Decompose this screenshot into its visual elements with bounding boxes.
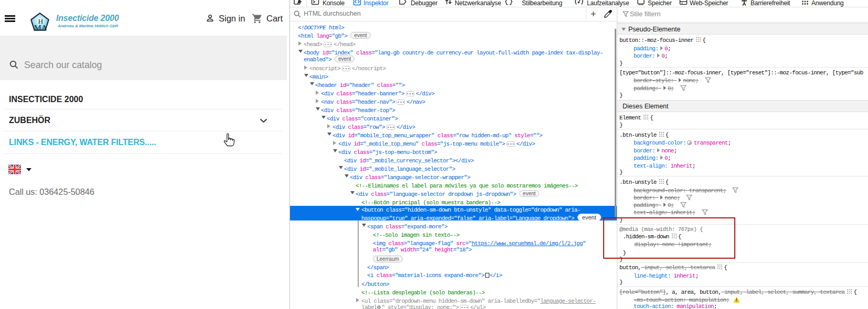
svg-text:MA: MA	[34, 23, 48, 32]
